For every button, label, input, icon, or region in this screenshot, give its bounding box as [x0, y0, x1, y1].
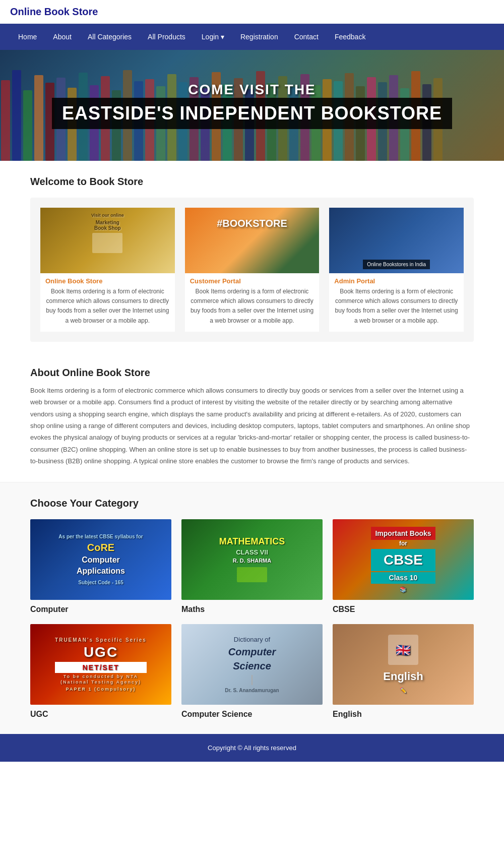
card-title-3: Admin Portal — [329, 273, 464, 287]
category-label-cbse: CBSE — [333, 605, 474, 614]
category-section: Choose Your Category As per the latest C… — [0, 482, 504, 734]
hero-line1: COME VISIT THE — [52, 82, 452, 98]
footer-text: Copyright © All rights reserved — [208, 744, 296, 752]
nav-login[interactable]: Login ▾ — [194, 24, 232, 50]
card-desc-3: Book Items ordering is a form of electro… — [329, 287, 464, 332]
welcome-section: Welcome to Book Store Visit our online M… — [0, 161, 504, 357]
category-label-compscience: Computer Science — [181, 710, 323, 719]
category-imgtext-computer: As per the latest CBSE syllabus for CoRE… — [53, 528, 148, 591]
category-cbse[interactable]: Important Books for CBSE Class 10 📚 CBSE — [333, 519, 474, 614]
category-label-ugc: UGC — [30, 710, 171, 719]
card-title-1: Online Book Store — [40, 273, 175, 287]
nav-all-products[interactable]: All Products — [140, 24, 194, 50]
card-admin-portal: Online Bookstores in India Admin Portal … — [329, 208, 464, 332]
card-desc-1: Book Items ordering is a form of electro… — [40, 287, 175, 332]
category-label-maths: Maths — [181, 605, 323, 614]
welcome-title: Welcome to Book Store — [30, 176, 474, 188]
category-img-computer: As per the latest CBSE syllabus for CoRE… — [30, 519, 171, 600]
category-imgtext-maths: MATHEMATICS CLASS VII R. D. SHARMA — [214, 530, 290, 589]
nav-all-categories[interactable]: All Categories — [80, 24, 140, 50]
category-label-computer: Computer — [30, 605, 171, 614]
category-img-compscience: Dictionary of ComputerScience Dr. S. Ana… — [181, 624, 323, 705]
welcome-cards-grid: Visit our online MarketingBook Shop Onli… — [30, 198, 474, 342]
category-title: Choose Your Category — [30, 498, 474, 509]
card-customer-portal: #BOOKSTORE Customer Portal Book Items or… — [185, 208, 320, 332]
category-computer[interactable]: As per the latest CBSE syllabus for CoRE… — [30, 519, 171, 614]
hero-banner: COME VISIT THE EASTSIDE'S INDEPENDENT BO… — [0, 50, 504, 161]
footer: Copyright © All rights reserved — [0, 734, 504, 762]
nav-registration[interactable]: Registration — [232, 24, 286, 50]
card-online-bookstore: Visit our online MarketingBook Shop Onli… — [40, 208, 175, 332]
category-grid: As per the latest CBSE syllabus for CoRE… — [30, 519, 474, 719]
category-imgtext-cbse: Important Books for CBSE Class 10 📚 — [366, 522, 440, 598]
hero-text-container: COME VISIT THE EASTSIDE'S INDEPENDENT BO… — [52, 82, 452, 129]
about-title: About Online Book Store — [30, 367, 474, 379]
site-title: Online Book Store — [0, 0, 504, 24]
hero-line2: EASTSIDE'S INDEPENDENT BOOKSTORE — [52, 98, 452, 129]
category-img-english: 🇬🇧 English ✏️ — [333, 624, 474, 705]
main-nav: Home About All Categories All Products L… — [0, 24, 504, 50]
category-computer-science[interactable]: Dictionary of ComputerScience Dr. S. Ana… — [181, 624, 323, 719]
category-img-cbse: Important Books for CBSE Class 10 📚 — [333, 519, 474, 600]
about-text: Book Items ordering is a form of electro… — [30, 385, 474, 467]
nav-home[interactable]: Home — [10, 24, 45, 50]
category-img-maths: MATHEMATICS CLASS VII R. D. SHARMA — [181, 519, 323, 600]
card-title-2: Customer Portal — [185, 273, 320, 287]
about-section: About Online Book Store Book Items order… — [0, 357, 504, 482]
category-img-ugc: TRUEMAN's Specific Series UGC NET/SET To… — [30, 624, 171, 705]
category-imgtext-ugc: TRUEMAN's Specific Series UGC NET/SET To… — [50, 632, 152, 698]
nav-contact[interactable]: Contact — [286, 24, 327, 50]
category-imgtext-english: 🇬🇧 English ✏️ — [378, 630, 428, 699]
category-maths[interactable]: MATHEMATICS CLASS VII R. D. SHARMA Maths — [181, 519, 323, 614]
category-ugc[interactable]: TRUEMAN's Specific Series UGC NET/SET To… — [30, 624, 171, 719]
card-img-1: Visit our online MarketingBook Shop — [40, 208, 175, 273]
card-desc-2: Book Items ordering is a form of electro… — [185, 287, 320, 332]
category-label-english: English — [333, 710, 474, 719]
nav-about[interactable]: About — [45, 24, 80, 50]
category-english[interactable]: 🇬🇧 English ✏️ English — [333, 624, 474, 719]
category-imgtext-compscience: Dictionary of ComputerScience Dr. S. Ana… — [220, 630, 284, 699]
card-img-2: #BOOKSTORE — [185, 208, 320, 273]
nav-feedback[interactable]: Feedback — [327, 24, 373, 50]
card-img-3: Online Bookstores in India — [329, 208, 464, 273]
